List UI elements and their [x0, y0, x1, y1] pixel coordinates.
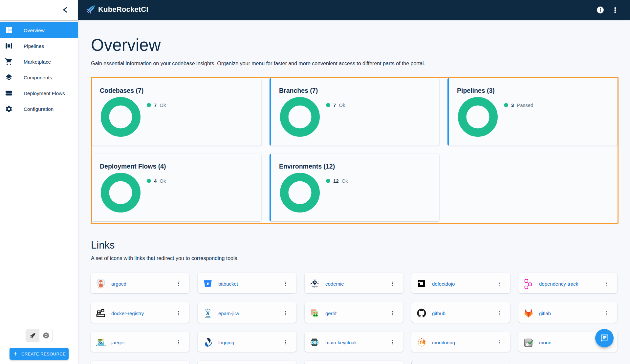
svg-text:Se: Se — [525, 342, 531, 347]
svg-text:JIRA: JIRA — [205, 315, 210, 318]
svg-text:CodeMie: CodeMie — [312, 285, 318, 287]
